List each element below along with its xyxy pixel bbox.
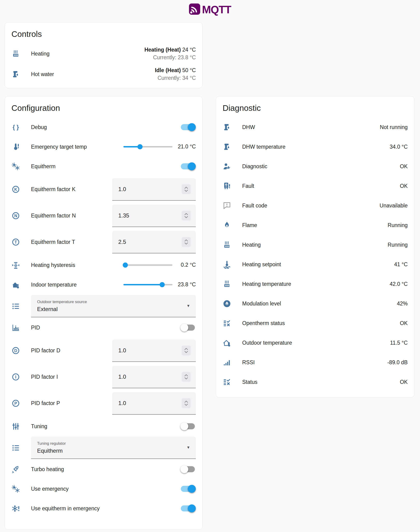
diagnostic-row-status[interactable]: Status OK: [223, 372, 408, 392]
diagnostic-label: RSSI: [242, 359, 387, 366]
configuration-card: Configuration { }Debug Emergency target …: [5, 96, 203, 530]
diagnostic-row-opentherm-status[interactable]: Opentherm status OK: [223, 313, 408, 333]
tuning-regulator-select[interactable]: Tuning regulator Equitherm ▼: [31, 437, 196, 459]
pid-factor-p-input[interactable]: 1.0: [112, 392, 196, 415]
water-pump-icon: [11, 70, 21, 79]
config-row-equitherm-factor-k: KEquitherm factor K 1.0: [11, 176, 196, 203]
diagnostic-label: Heating setpoint: [242, 261, 394, 268]
diagnostic-row-heating-setpoint[interactable]: Heating setpoint 41 °C: [223, 254, 408, 274]
tuning-regulator-select-value: Equitherm: [37, 447, 182, 454]
outdoor-temperature-source-select[interactable]: Outdoor temperature source External ▼: [31, 295, 196, 317]
pid-toggle[interactable]: [181, 323, 196, 332]
pid-factor-d-stepper[interactable]: [182, 346, 191, 355]
fire-circle-icon: [223, 299, 232, 308]
pid-factor-p-input-value: 1.0: [118, 400, 182, 406]
diagnostic-value: OK: [400, 320, 408, 326]
equitherm-factor-t-input-value: 2.5: [118, 239, 182, 245]
diagnostic-label: Heating temperature: [242, 281, 390, 287]
diagnostic-row-flame[interactable]: Flame Running: [223, 215, 408, 235]
dropdown-arrow-icon: ▼: [186, 445, 190, 450]
config-label: Indoor temperature: [31, 282, 123, 288]
diagnostic-label: Modulation level: [242, 300, 397, 307]
diagnostic-value: -89.0 dB: [387, 359, 408, 366]
heating-hysteresis-slider[interactable]: [123, 263, 172, 268]
pid-factor-i-stepper[interactable]: [182, 372, 191, 382]
config-row-tuning-regulator: Tuning regulator Equitherm ▼: [11, 436, 196, 459]
emergency-target-temp-slider[interactable]: [123, 144, 172, 149]
controls-title: Controls: [11, 30, 196, 39]
config-row-outdoor-temperature-source: Outdoor temperature source External ▼: [11, 295, 196, 318]
diagnostic-title: Diagnostic: [223, 103, 408, 113]
control-state: Idle (Heat) 50 °C Currently: 34 °C: [155, 66, 196, 82]
alpha-d-circle-icon: D: [11, 346, 21, 355]
config-row-emergency-target-temp: Emergency target temp 21.0 °C: [11, 137, 196, 157]
diagnostic-value: Running: [388, 222, 408, 228]
radiator-icon: [11, 49, 21, 58]
diagnostic-row-rssi[interactable]: RSSI -89.0 dB: [223, 353, 408, 372]
list-bulleted-icon: [11, 302, 21, 310]
config-label: Use emergency: [31, 486, 181, 492]
svg-text:N: N: [14, 213, 17, 218]
water-pump-icon: [223, 143, 232, 151]
turbo-heating-toggle[interactable]: [181, 465, 196, 473]
sun-snowflake-icon: [11, 485, 21, 493]
svg-text:{ }: { }: [13, 124, 19, 130]
diagnostic-row-heating-temperature[interactable]: Heating temperature 42.0 °C: [223, 274, 408, 294]
water-pump-icon: [223, 123, 232, 132]
alpha-k-circle-icon: K: [11, 185, 21, 194]
equitherm-factor-t-stepper[interactable]: [182, 237, 191, 247]
radiator-icon: [223, 241, 232, 249]
account-wrench-icon: [223, 162, 232, 171]
diagnostic-card: Diagnostic DHW Not running DHW temperatu…: [216, 96, 414, 398]
snowflake-alert-icon: [11, 504, 21, 513]
diagnostic-value: Unavailable: [380, 203, 408, 209]
config-label: Emergency target temp: [31, 144, 123, 150]
diagnostic-row-dhw-temperature[interactable]: DHW temperature 34.0 °C: [223, 137, 408, 157]
config-row-heating-hysteresis: Heating hysteresis 0.2 °C: [11, 255, 196, 275]
dropdown-arrow-icon: ▼: [186, 304, 190, 308]
control-row-hot-water[interactable]: Hot water Idle (Heat) 50 °C Currently: 3…: [11, 64, 196, 85]
equitherm-toggle[interactable]: [181, 162, 196, 171]
alpha-n-circle-icon: N: [11, 211, 21, 220]
tuning-toggle[interactable]: [181, 422, 196, 430]
diagnostic-label: Opentherm status: [242, 320, 400, 326]
use-equitherm-in-emergency-toggle[interactable]: [181, 504, 196, 513]
control-row-heating[interactable]: Heating Heating (Heat) 24 °C Currently: …: [11, 44, 196, 64]
config-row-pid-factor-d: DPID factor D 1.0: [11, 337, 196, 364]
diagnostic-row-heating[interactable]: Heating Running: [223, 235, 408, 254]
pid-factor-i-input[interactable]: 1.0: [112, 366, 196, 388]
diagnostic-row-modulation-level[interactable]: Modulation level 42%: [223, 294, 408, 313]
config-label: Debug: [31, 124, 181, 131]
diagnostic-row-dhw[interactable]: DHW Not running: [223, 117, 408, 137]
config-row-tuning: Tuning: [11, 416, 196, 436]
pid-factor-i-input-value: 1.0: [118, 374, 182, 380]
alpha-i-circle-icon: I: [11, 373, 21, 381]
equitherm-factor-k-stepper[interactable]: [182, 184, 191, 194]
equitherm-factor-k-input[interactable]: 1.0: [112, 178, 196, 201]
list-status-icon: [223, 378, 232, 386]
radiator-icon: [223, 280, 232, 288]
diagnostic-label: Flame: [242, 222, 388, 228]
control-label: Heating: [31, 51, 144, 57]
diagnostic-row-fault-code[interactable]: Fault code Unavailable: [223, 196, 408, 215]
config-row-debug: { }Debug: [11, 117, 196, 137]
debug-toggle[interactable]: [181, 123, 196, 131]
diagnostic-row-outdoor-temperature[interactable]: Outdoor temperature 11.5 °C: [223, 333, 408, 353]
equitherm-factor-n-stepper[interactable]: [182, 211, 191, 221]
home-thermometer-icon: [11, 281, 21, 289]
diagnostic-label: Heating: [242, 242, 388, 248]
config-label: Equitherm factor T: [31, 239, 112, 245]
pid-factor-d-input[interactable]: 1.0: [112, 340, 196, 362]
svg-text:I: I: [15, 375, 16, 379]
mqtt-logo: MQTT: [0, 3, 420, 16]
equitherm-factor-n-input[interactable]: 1.35: [112, 205, 196, 227]
mqtt-logo-icon: [189, 3, 200, 16]
diagnostic-row-fault[interactable]: Fault OK: [223, 176, 408, 196]
use-emergency-toggle[interactable]: [181, 485, 196, 493]
indoor-temperature-slider[interactable]: [123, 282, 172, 287]
diagnostic-row-diagnostic[interactable]: Diagnostic OK: [223, 157, 408, 176]
equitherm-factor-t-input[interactable]: 2.5: [112, 231, 196, 253]
alpha-p-circle-icon: P: [11, 399, 21, 408]
pid-factor-p-stepper[interactable]: [182, 398, 191, 408]
tuning-regulator-select-label: Tuning regulator: [37, 441, 182, 446]
